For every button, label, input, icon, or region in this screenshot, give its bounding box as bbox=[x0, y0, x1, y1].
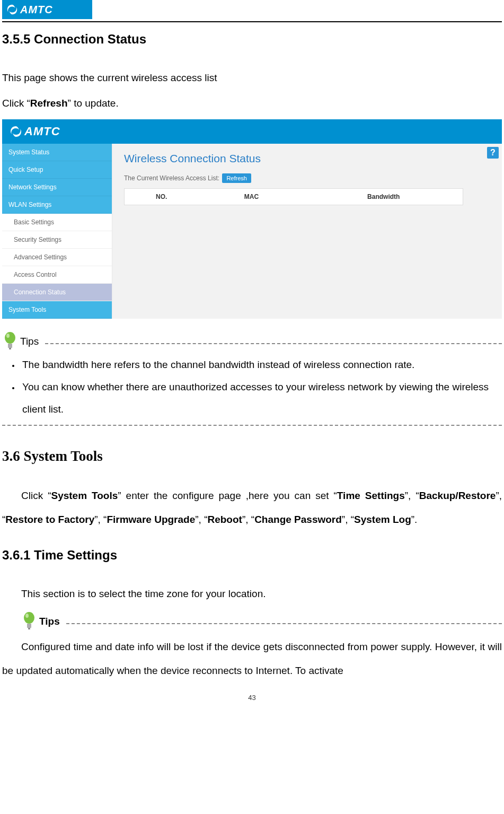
t: ”, “ bbox=[195, 514, 207, 525]
col-mac: MAC bbox=[199, 189, 305, 205]
nav-system-status[interactable]: System Status bbox=[2, 144, 112, 161]
nav-advanced-settings[interactable]: Advanced Settings bbox=[2, 249, 112, 266]
svg-point-7 bbox=[24, 612, 34, 624]
b: Backup/Restore bbox=[419, 490, 496, 501]
system-tools-para: Click “System Tools” enter the configure… bbox=[2, 484, 502, 532]
heading-361: 3.6.1 Time Settings bbox=[2, 548, 502, 563]
svg-point-8 bbox=[25, 614, 29, 618]
b: System Log bbox=[354, 514, 411, 525]
nav-connection-status[interactable]: Connection Status bbox=[2, 284, 112, 301]
svg-rect-10 bbox=[27, 624, 31, 625]
brand-logo-bar: AMTC bbox=[2, 0, 92, 19]
tips-label: Tips bbox=[20, 336, 39, 347]
access-list-label: The Current Wireless Access List: bbox=[124, 174, 219, 182]
svg-rect-11 bbox=[27, 625, 31, 626]
time-tip-para: Configured time and date info will be lo… bbox=[2, 635, 502, 683]
bulb-icon bbox=[2, 331, 18, 351]
header-rule bbox=[2, 21, 502, 22]
t: ”, “ bbox=[242, 514, 254, 525]
swirl-icon bbox=[10, 125, 22, 138]
tips-item-2: You can know whether there are unauthori… bbox=[20, 376, 502, 421]
bulb-icon bbox=[21, 611, 37, 631]
t: ”. bbox=[411, 514, 418, 525]
b: Time Settings bbox=[337, 490, 405, 501]
time-intro: This section is to select the time zone … bbox=[2, 582, 502, 606]
screenshot-logo-bar: AMTC bbox=[2, 119, 502, 144]
svg-rect-6 bbox=[9, 348, 11, 349]
panel-sub: The Current Wireless Access List: Refres… bbox=[124, 173, 496, 183]
swirl-icon bbox=[6, 4, 18, 15]
col-no: NO. bbox=[125, 189, 199, 205]
embedded-screenshot: AMTC System Status Quick Setup Network S… bbox=[2, 119, 502, 319]
t: ” enter the configure page ,here you can… bbox=[118, 490, 337, 501]
t: Click “ bbox=[21, 490, 51, 501]
heading-355: 3.5.5 Connection Status bbox=[2, 32, 502, 47]
table-header-row: NO. MAC Bandwidth bbox=[125, 189, 463, 205]
page-number: 43 bbox=[2, 694, 502, 702]
tips-label-2: Tips bbox=[39, 616, 60, 627]
main-panel: ? Wireless Connection Status The Current… bbox=[112, 144, 502, 319]
dashed-line bbox=[66, 623, 502, 624]
connection-table: NO. MAC Bandwidth bbox=[124, 188, 463, 205]
tips-header-2: Tips bbox=[2, 609, 502, 629]
dashed-line bbox=[45, 343, 502, 344]
heading-36: 3.6 System Tools bbox=[2, 448, 502, 465]
svg-rect-3 bbox=[8, 344, 12, 345]
nav-basic-settings[interactable]: Basic Settings bbox=[2, 214, 112, 231]
intro-line2: Click “Refresh” to update. bbox=[2, 92, 502, 115]
panel-title: Wireless Connection Status bbox=[124, 152, 496, 165]
b: Reboot bbox=[207, 514, 242, 525]
t: ”, “ bbox=[342, 514, 354, 525]
time-tip-text: Configured time and date info will be lo… bbox=[2, 641, 502, 677]
nav-security-settings[interactable]: Security Settings bbox=[2, 231, 112, 249]
b: Firmware Upgrade bbox=[107, 514, 195, 525]
text: ” to update. bbox=[68, 98, 119, 109]
t: ”, “ bbox=[94, 514, 107, 525]
b: Restore to Factory bbox=[5, 514, 94, 525]
tips-item-1: The bandwidth here refers to the channel… bbox=[20, 354, 502, 376]
col-bandwidth: Bandwidth bbox=[305, 189, 463, 205]
svg-rect-5 bbox=[8, 347, 12, 347]
nav-network-settings[interactable]: Network Settings bbox=[2, 179, 112, 196]
brand-text: AMTC bbox=[24, 125, 60, 138]
intro-line1: This page shows the current wireless acc… bbox=[2, 66, 502, 90]
content: 3.5.5 Connection Status This page shows … bbox=[0, 32, 504, 702]
help-icon[interactable]: ? bbox=[487, 147, 499, 159]
tips-header: Tips bbox=[2, 329, 502, 349]
page: AMTC 3.5.5 Connection Status This page s… bbox=[0, 0, 504, 712]
dashed-separator bbox=[2, 425, 502, 426]
nav-wlan-settings[interactable]: WLAN Settings bbox=[2, 196, 112, 214]
b: System Tools bbox=[51, 490, 118, 501]
nav-quick-setup[interactable]: Quick Setup bbox=[2, 161, 112, 179]
brand-text: AMTC bbox=[20, 4, 53, 16]
refresh-button[interactable]: Refresh bbox=[222, 173, 251, 183]
text: Click “ bbox=[2, 98, 30, 109]
sidebar: System Status Quick Setup Network Settin… bbox=[2, 144, 112, 319]
nav-access-control[interactable]: Access Control bbox=[2, 266, 112, 284]
screenshot-body: System Status Quick Setup Network Settin… bbox=[2, 144, 502, 319]
b: Change Password bbox=[254, 514, 342, 525]
tips-list: The bandwidth here refers to the channel… bbox=[2, 354, 502, 420]
time-intro-text: This section is to select the time zone … bbox=[21, 588, 266, 599]
svg-point-0 bbox=[5, 332, 15, 344]
svg-rect-13 bbox=[28, 628, 30, 629]
svg-point-1 bbox=[6, 334, 10, 338]
refresh-bold: Refresh bbox=[30, 98, 68, 109]
nav-system-tools[interactable]: System Tools bbox=[2, 301, 112, 319]
t: ”, “ bbox=[405, 490, 419, 501]
svg-rect-12 bbox=[27, 627, 31, 627]
svg-rect-4 bbox=[8, 346, 12, 346]
